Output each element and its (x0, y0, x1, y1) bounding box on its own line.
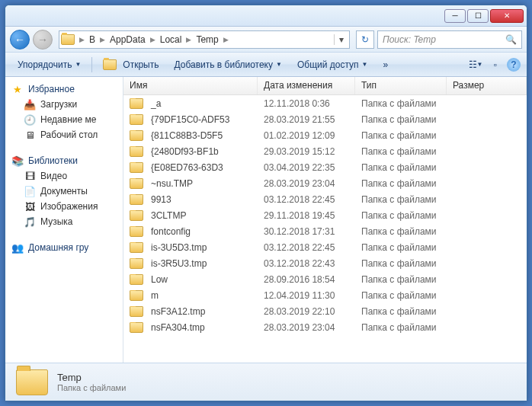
sidebar-item-music[interactable]: 🎵Музыка (5, 214, 123, 229)
chevron-down-icon: ▼ (362, 61, 368, 68)
file-type: Папка с файлами (355, 322, 447, 333)
folder-icon (130, 290, 143, 301)
file-name: nsF3A12.tmp (151, 306, 205, 317)
file-name: _a (151, 98, 161, 109)
file-type: Папка с файлами (355, 98, 447, 109)
file-row[interactable]: {79DF15C0-ADF5328.03.2019 21:55Папка с ф… (123, 111, 527, 127)
chevron-right-icon[interactable]: ▶ (184, 36, 193, 43)
organize-button[interactable]: Упорядочить▼ (11, 56, 87, 73)
add-to-library-button[interactable]: Добавить в библиотеку▼ (168, 56, 287, 73)
sidebar-libraries[interactable]: 📚Библиотеки (5, 153, 123, 168)
chevron-right-icon[interactable]: ▶ (222, 36, 230, 43)
folder-icon (130, 146, 143, 157)
folder-icon (130, 194, 143, 205)
file-date: 28.03.2019 23:04 (258, 322, 355, 333)
sidebar-favorites[interactable]: ★Избранное (5, 82, 123, 97)
sidebar-item-desktop[interactable]: 🖥Рабочий стол (5, 127, 123, 142)
preview-pane-button[interactable]: ▫ (487, 56, 504, 73)
file-name: {811C88B3-D5F5 (151, 130, 223, 141)
file-row[interactable]: nsFA304.tmp28.03.2019 23:04Папка с файла… (123, 319, 527, 335)
file-row[interactable]: {811C88B3-D5F501.02.2019 12:09Папка с фа… (123, 127, 527, 143)
file-row[interactable]: Low28.09.2016 18:54Папка с файлами (123, 271, 527, 287)
sidebar-item-video[interactable]: 🎞Видео (5, 168, 123, 184)
chevron-right-icon[interactable]: ▶ (78, 36, 86, 43)
file-date: 03.12.2018 22:43 (258, 258, 355, 269)
more-button[interactable]: » (377, 56, 394, 73)
file-row[interactable]: 3CLTMP29.11.2018 19:45Папка с файлами (123, 207, 527, 223)
file-row[interactable]: fontconfig30.12.2018 17:31Папка с файлам… (123, 223, 527, 239)
file-date: 28.03.2019 21:55 (258, 114, 355, 125)
sidebar-item-downloads[interactable]: 📥Загрузки (5, 97, 123, 112)
file-date: 03.12.2018 22:45 (258, 242, 355, 253)
folder-icon (130, 178, 143, 189)
share-button[interactable]: Общий доступ▼ (291, 56, 374, 73)
music-icon: 🎵 (24, 216, 36, 228)
folder-icon (130, 98, 143, 109)
star-icon: ★ (11, 83, 24, 95)
view-options-button[interactable]: ☷ ▼ (467, 56, 484, 73)
titlebar: ─ ☐ ✕ (5, 5, 527, 27)
video-icon: 🎞 (24, 170, 36, 182)
folder-icon (16, 369, 48, 395)
file-row[interactable]: m12.04.2019 11:30Папка с файлами (123, 287, 527, 303)
file-rows: _a12.11.2018 0:36Папка с файлами{79DF15C… (123, 95, 527, 363)
file-date: 29.03.2019 15:12 (258, 146, 355, 157)
sidebar-item-recent[interactable]: 🕘Недавние ме (5, 112, 123, 127)
sidebar-homegroup[interactable]: 👥Домашняя гру (5, 240, 123, 255)
col-name[interactable]: Имя (123, 77, 258, 94)
forward-button[interactable]: → (33, 30, 53, 50)
file-row[interactable]: {E08ED763-63D303.04.2019 22:35Папка с фа… (123, 159, 527, 175)
file-date: 29.11.2018 19:45 (258, 210, 355, 221)
breadcrumb-item[interactable]: Local (157, 34, 185, 45)
details-type: Папка с файлами (57, 383, 126, 392)
file-row[interactable]: {2480Df93-BF1b29.03.2019 15:12Папка с фа… (123, 143, 527, 159)
folder-icon (61, 34, 75, 45)
address-dropdown[interactable]: ▾ (334, 34, 348, 45)
folder-icon (130, 130, 143, 141)
close-button[interactable]: ✕ (490, 9, 524, 23)
recent-icon: 🕘 (24, 113, 36, 126)
chevron-right-icon[interactable]: ▶ (98, 36, 107, 43)
file-type: Папка с файлами (355, 290, 447, 301)
file-row[interactable]: is-3R5U3.tmp03.12.2018 22:43Папка с файл… (123, 255, 527, 271)
file-name: fontconfig (151, 226, 191, 237)
sidebar-item-pictures[interactable]: 🖼Изображения (5, 199, 123, 214)
breadcrumb-item[interactable]: Temp (193, 34, 221, 45)
file-name: is-3U5D3.tmp (151, 242, 207, 253)
file-row[interactable]: nsF3A12.tmp28.03.2019 22:10Папка с файла… (123, 303, 527, 319)
file-row[interactable]: 991303.12.2018 22:45Папка с файлами (123, 191, 527, 207)
folder-icon (130, 274, 143, 285)
desktop-icon: 🖥 (24, 129, 36, 141)
breadcrumb-item[interactable]: AppData (107, 34, 149, 45)
address-bar[interactable]: ▶ B ▶ AppData ▶ Local ▶ Temp ▶ ▾ (59, 30, 350, 49)
breadcrumb-item[interactable]: B (86, 34, 98, 45)
minimize-button[interactable]: ─ (444, 9, 466, 23)
refresh-button[interactable]: ↻ (356, 30, 374, 49)
open-button[interactable]: Открыть (97, 56, 165, 73)
folder-icon (130, 114, 143, 125)
file-date: 28.03.2019 22:10 (258, 306, 355, 317)
file-name: {79DF15C0-ADF53 (151, 114, 229, 125)
file-name: Low (151, 274, 168, 285)
details-pane: Temp Папка с файлами (5, 363, 527, 401)
file-row[interactable]: is-3U5D3.tmp03.12.2018 22:45Папка с файл… (123, 239, 527, 255)
column-headers: Имя Дата изменения Тип Размер (123, 77, 527, 95)
search-placeholder: Поиск: Temp (383, 34, 436, 45)
sidebar: ★Избранное 📥Загрузки 🕘Недавние ме 🖥Рабоч… (5, 77, 123, 363)
col-date[interactable]: Дата изменения (258, 77, 355, 94)
sidebar-item-documents[interactable]: 📄Документы (5, 184, 123, 199)
file-row[interactable]: ~nsu.TMP28.03.2019 23:04Папка с файлами (123, 175, 527, 191)
file-type: Папка с файлами (355, 178, 447, 189)
col-size[interactable]: Размер (447, 77, 527, 94)
search-input[interactable]: Поиск: Temp 🔍 (377, 30, 522, 49)
file-name: is-3R5U3.tmp (151, 258, 207, 269)
folder-icon (130, 258, 143, 269)
file-row[interactable]: _a12.11.2018 0:36Папка с файлами (123, 95, 527, 111)
col-type[interactable]: Тип (355, 77, 447, 94)
pictures-icon: 🖼 (24, 200, 36, 213)
chevron-right-icon[interactable]: ▶ (149, 36, 157, 43)
maximize-button[interactable]: ☐ (467, 9, 489, 23)
file-name: {E08ED763-63D3 (151, 162, 223, 173)
help-button[interactable]: ? (507, 58, 521, 72)
back-button[interactable]: ← (10, 30, 30, 50)
